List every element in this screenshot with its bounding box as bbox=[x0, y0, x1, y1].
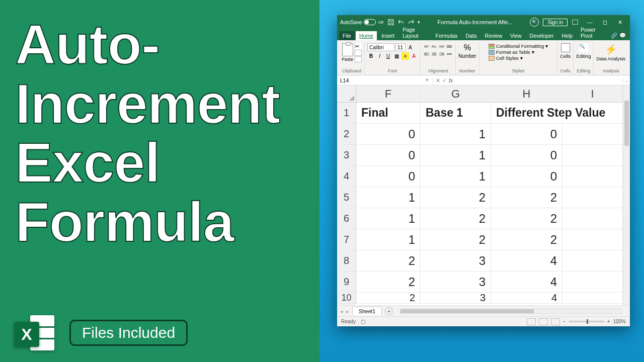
cell-styles-button[interactable]: Cell Styles ▾ bbox=[489, 55, 523, 61]
sheet-nav-prev-icon[interactable]: ◂ bbox=[340, 308, 343, 314]
cell[interactable]: Base 1 bbox=[421, 103, 491, 124]
cell[interactable]: 2 bbox=[491, 187, 562, 208]
select-all-corner[interactable] bbox=[337, 85, 356, 103]
cell[interactable] bbox=[562, 293, 623, 304]
number-dropdown[interactable]: Number bbox=[458, 53, 476, 59]
page-break-view-icon[interactable] bbox=[551, 318, 560, 325]
format-painter-icon[interactable] bbox=[355, 56, 362, 62]
cell[interactable]: 0 bbox=[491, 124, 562, 145]
cell[interactable] bbox=[562, 250, 623, 272]
copy-icon[interactable] bbox=[355, 50, 362, 56]
tab-insert[interactable]: Insert bbox=[378, 31, 398, 40]
sheet-tab[interactable]: Sheet1 bbox=[352, 307, 382, 315]
wrap-text-icon[interactable] bbox=[446, 43, 453, 50]
cell[interactable] bbox=[562, 208, 623, 229]
name-box[interactable]: L14▼ bbox=[337, 77, 433, 83]
font-color-button[interactable]: A bbox=[410, 52, 418, 60]
page-layout-view-icon[interactable] bbox=[539, 318, 548, 325]
cell[interactable] bbox=[562, 145, 623, 166]
cell[interactable]: 2 bbox=[356, 250, 421, 272]
row-header[interactable]: 8 bbox=[337, 250, 356, 272]
row-header[interactable]: 5 bbox=[337, 187, 356, 208]
border-button[interactable]: ▦ bbox=[393, 52, 400, 60]
cell[interactable] bbox=[562, 166, 623, 187]
zoom-in-button[interactable]: + bbox=[607, 319, 610, 324]
cell[interactable]: 2 bbox=[491, 208, 562, 229]
cell[interactable]: 2 bbox=[356, 293, 421, 304]
increase-font-icon[interactable]: A bbox=[407, 44, 414, 51]
horizontal-scrollbar[interactable] bbox=[400, 309, 623, 314]
cut-icon[interactable]: ✂ bbox=[355, 43, 362, 49]
cell[interactable]: 3 bbox=[421, 293, 491, 304]
expand-formula-bar-icon[interactable]: ⌄ bbox=[623, 78, 630, 83]
sheet-nav-next-icon[interactable]: ▸ bbox=[346, 308, 349, 314]
normal-view-icon[interactable] bbox=[527, 318, 536, 325]
redo-icon[interactable] bbox=[408, 19, 415, 26]
cell[interactable]: 0 bbox=[356, 166, 421, 187]
zoom-out-button[interactable]: − bbox=[563, 319, 566, 324]
cell[interactable] bbox=[562, 229, 623, 250]
tab-help[interactable]: Help bbox=[558, 31, 576, 40]
cell[interactable]: 2 bbox=[421, 229, 491, 250]
fx-icon[interactable]: fx bbox=[449, 77, 453, 83]
align-right-icon[interactable] bbox=[438, 51, 445, 57]
cancel-icon[interactable]: ✕ bbox=[436, 77, 440, 83]
cell[interactable]: 3 bbox=[421, 250, 491, 272]
zoom-slider[interactable] bbox=[569, 321, 604, 322]
cell[interactable]: 3 bbox=[421, 272, 491, 293]
format-as-table-button[interactable]: Format as Table ▾ bbox=[489, 49, 534, 55]
cell[interactable]: 0 bbox=[491, 166, 562, 187]
cell[interactable]: 0 bbox=[356, 145, 421, 166]
align-left-icon[interactable] bbox=[423, 51, 430, 57]
cell[interactable]: 1 bbox=[356, 187, 421, 208]
conditional-formatting-button[interactable]: Conditional Formatting ▾ bbox=[489, 43, 548, 49]
tab-developer[interactable]: Developer bbox=[526, 31, 557, 40]
cell[interactable] bbox=[562, 187, 623, 208]
underline-button[interactable]: U bbox=[384, 52, 392, 60]
row-header[interactable]: 1 bbox=[337, 103, 356, 124]
new-sheet-button[interactable]: + bbox=[385, 307, 393, 315]
close-button[interactable]: ✕ bbox=[613, 17, 627, 27]
col-header-h[interactable]: H bbox=[491, 85, 562, 103]
row-header[interactable]: 9 bbox=[337, 272, 356, 293]
font-size-select[interactable]: 11 bbox=[395, 43, 406, 51]
comments-icon[interactable]: 💬 bbox=[619, 32, 626, 39]
macro-record-icon[interactable]: ▢ bbox=[361, 319, 365, 324]
data-analysis-button[interactable]: ⚡ Data Analysis bbox=[596, 43, 625, 61]
paste-button[interactable]: Paste bbox=[342, 43, 353, 62]
col-header-g[interactable]: G bbox=[421, 85, 491, 103]
bold-button[interactable]: B bbox=[367, 52, 375, 60]
autosave-toggle[interactable]: AutoSave Off bbox=[340, 19, 383, 25]
row-header[interactable]: 4 bbox=[337, 166, 356, 187]
spreadsheet-grid[interactable]: 1 2 3 4 5 6 7 8 9 10 F G H I Final Base … bbox=[337, 85, 630, 305]
cell[interactable]: 2 bbox=[491, 229, 562, 250]
tab-view[interactable]: View bbox=[507, 31, 525, 40]
tab-formulas[interactable]: Formulas bbox=[432, 31, 461, 40]
vertical-scrollbar[interactable] bbox=[623, 85, 630, 305]
zoom-level[interactable]: 100% bbox=[613, 319, 626, 324]
tab-page-layout[interactable]: Page Layout bbox=[399, 25, 431, 40]
cell[interactable]: 1 bbox=[356, 208, 421, 229]
tab-power-pivot[interactable]: Power Pivot bbox=[577, 25, 608, 40]
align-middle-icon[interactable] bbox=[431, 43, 438, 50]
qat-dropdown-icon[interactable]: ▾ bbox=[418, 20, 420, 25]
save-icon[interactable] bbox=[387, 19, 394, 26]
fill-color-button[interactable]: A bbox=[401, 52, 409, 60]
cell[interactable]: 1 bbox=[421, 124, 491, 145]
align-top-icon[interactable] bbox=[423, 43, 430, 50]
cell[interactable]: Final bbox=[356, 103, 421, 124]
merge-icon[interactable] bbox=[446, 51, 453, 57]
cell[interactable]: 0 bbox=[491, 145, 562, 166]
cell[interactable]: 2 bbox=[421, 187, 491, 208]
cell[interactable]: 2 bbox=[356, 272, 421, 293]
tab-data[interactable]: Data bbox=[462, 31, 480, 40]
cell[interactable] bbox=[562, 272, 623, 293]
row-header[interactable]: 3 bbox=[337, 145, 356, 166]
cell[interactable]: 1 bbox=[421, 145, 491, 166]
font-name-select[interactable]: Calibri bbox=[367, 43, 394, 51]
percent-icon[interactable]: % bbox=[464, 43, 471, 52]
cell[interactable]: 4 bbox=[491, 293, 562, 304]
toggle-off-icon[interactable] bbox=[364, 19, 376, 25]
row-header[interactable]: 10 bbox=[337, 293, 356, 304]
col-header-i[interactable]: I bbox=[562, 85, 623, 103]
